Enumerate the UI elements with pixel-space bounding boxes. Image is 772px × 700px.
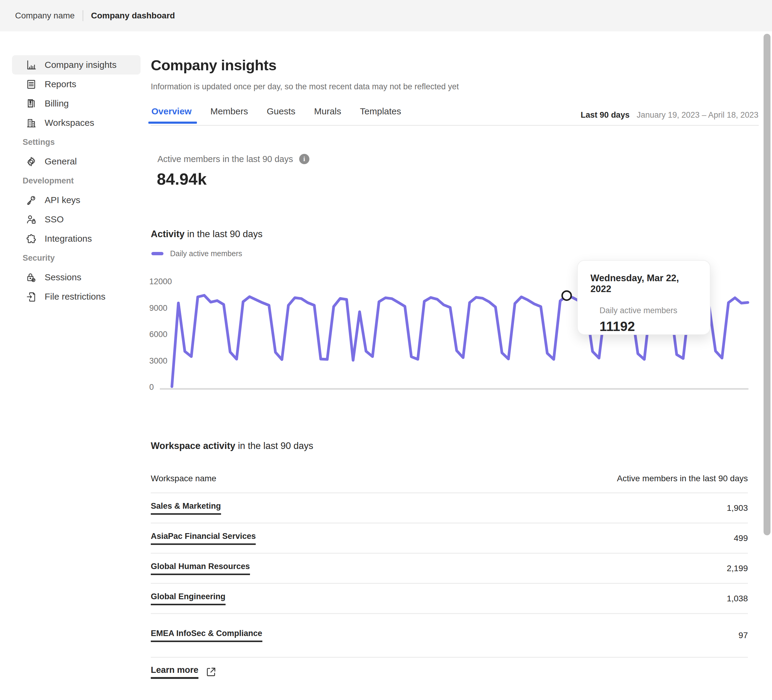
table-row: EMEA InfoSec & Compliance 97 bbox=[151, 614, 748, 658]
tab-guests[interactable]: Guests bbox=[266, 106, 296, 124]
sidebar-item-label: Billing bbox=[45, 98, 69, 109]
sidebar-item-label: Integrations bbox=[45, 234, 92, 244]
report-icon bbox=[26, 79, 37, 90]
table-row: Global Engineering 1,038 bbox=[151, 584, 748, 614]
breadcrumb-page-title: Company dashboard bbox=[91, 11, 175, 21]
sidebar-section-development: Development bbox=[12, 171, 141, 190]
tab-underline-track bbox=[151, 125, 759, 126]
table-row: Global Human Resources 2,199 bbox=[151, 554, 748, 584]
sidebar-item-sso[interactable]: SSO bbox=[12, 210, 141, 229]
y-axis-tick-label: 12000 bbox=[149, 277, 172, 286]
stat-value: 84.94k bbox=[157, 170, 206, 188]
legend-label: Daily active members bbox=[170, 249, 242, 258]
tooltip-date: Wednesday, Mar 22, 2022 bbox=[590, 273, 698, 295]
stat-row: Active members in the last 90 days i bbox=[157, 154, 309, 164]
sidebar-item-label: Workspaces bbox=[45, 118, 94, 128]
activity-section-title: Activity in the last 90 days bbox=[151, 229, 263, 239]
file-arrow-icon bbox=[26, 291, 37, 302]
workspace-link[interactable]: Sales & Marketing bbox=[151, 502, 221, 515]
column-header-active-members: Active members in the last 90 days bbox=[617, 474, 748, 484]
activity-title-bold: Activity bbox=[151, 229, 185, 239]
sidebar-item-api-keys[interactable]: API keys bbox=[12, 190, 141, 210]
y-axis-tick-label: 9000 bbox=[149, 303, 167, 313]
workspace-table: Workspace name Active members in the las… bbox=[151, 465, 748, 658]
sidebar-item-label: File restrictions bbox=[45, 292, 106, 302]
key-icon bbox=[26, 195, 37, 206]
activity-title-suffix: in the last 90 days bbox=[187, 229, 263, 239]
sidebar-item-integrations[interactable]: Integrations bbox=[12, 229, 141, 248]
sidebar-item-workspaces[interactable]: Workspaces bbox=[12, 113, 141, 133]
workspace-active-members: 499 bbox=[734, 533, 748, 543]
workspace-link[interactable]: EMEA InfoSec & Compliance bbox=[151, 629, 262, 642]
workspace-title-bold: Workspace activity bbox=[151, 441, 235, 451]
workspace-active-members: 1,903 bbox=[727, 503, 748, 513]
workspace-active-members: 2,199 bbox=[727, 564, 748, 573]
lock-check-icon bbox=[26, 272, 37, 283]
sidebar-item-file-restrictions[interactable]: File restrictions bbox=[12, 287, 141, 306]
tab-overview[interactable]: Overview bbox=[151, 106, 192, 124]
learn-more-label: Learn more bbox=[151, 665, 198, 679]
tab-murals[interactable]: Murals bbox=[314, 106, 342, 124]
sidebar-item-label: Company insights bbox=[45, 60, 116, 70]
workspace-table-header: Workspace name Active members in the las… bbox=[151, 465, 748, 492]
y-axis-tick-label: 3000 bbox=[149, 356, 167, 366]
legend-line-swatch bbox=[151, 252, 164, 255]
sidebar-item-billing[interactable]: Billing bbox=[12, 94, 141, 113]
workspace-active-members: 97 bbox=[739, 631, 748, 640]
sidebar-section-security: Security bbox=[12, 248, 141, 268]
table-row: AsiaPac Financial Services 499 bbox=[151, 523, 748, 554]
gear-icon bbox=[26, 156, 37, 167]
date-range-label: Last 90 days bbox=[581, 110, 630, 120]
bar-chart-icon bbox=[26, 59, 37, 70]
tab-bar: Overview Members Guests Murals Templates bbox=[151, 106, 419, 124]
column-header-workspace-name: Workspace name bbox=[151, 474, 216, 484]
sidebar-item-label: Sessions bbox=[45, 272, 82, 282]
tooltip-series-label: Daily active members bbox=[600, 306, 698, 315]
hovered-data-point-marker[interactable] bbox=[562, 291, 571, 300]
y-axis-tick-label: 0 bbox=[149, 383, 154, 392]
sidebar-item-sessions[interactable]: Sessions bbox=[12, 268, 141, 287]
sidebar: Company insights Reports Billing bbox=[12, 55, 141, 306]
learn-more-link[interactable]: Learn more bbox=[151, 665, 217, 679]
workspace-link[interactable]: AsiaPac Financial Services bbox=[151, 532, 256, 545]
sso-user-lock-icon bbox=[26, 214, 37, 225]
billing-icon bbox=[26, 98, 37, 109]
chart-tooltip: Wednesday, Mar 22, 2022 Daily active mem… bbox=[577, 260, 710, 335]
workspaces-icon bbox=[26, 117, 37, 128]
chart-legend: Daily active members bbox=[151, 249, 242, 258]
y-axis-tick-label: 6000 bbox=[149, 330, 167, 339]
sidebar-item-label: SSO bbox=[45, 214, 64, 225]
external-link-icon bbox=[205, 666, 217, 678]
breadcrumb-company-name[interactable]: Company name bbox=[15, 11, 75, 21]
vertical-scrollbar[interactable] bbox=[764, 34, 770, 535]
workspace-title-suffix: in the last 90 days bbox=[238, 441, 313, 451]
sidebar-item-label: Reports bbox=[45, 79, 76, 89]
date-range-dates: January 19, 2023 – April 18, 2023 bbox=[636, 110, 759, 120]
workspace-section-title: Workspace activity in the last 90 days bbox=[151, 441, 313, 451]
info-icon[interactable]: i bbox=[299, 154, 309, 164]
workspace-link[interactable]: Global Engineering bbox=[151, 592, 226, 605]
tab-templates[interactable]: Templates bbox=[360, 106, 402, 124]
breadcrumb-divider bbox=[83, 10, 83, 21]
workspace-active-members: 1,038 bbox=[727, 594, 748, 603]
page-subtitle: Information is updated once per day, so … bbox=[151, 82, 459, 92]
tooltip-value: 11192 bbox=[600, 319, 698, 334]
sidebar-item-label: API keys bbox=[45, 195, 80, 205]
sidebar-item-label: General bbox=[45, 156, 77, 167]
company-dashboard-page: Company name Company dashboard Company i… bbox=[0, 0, 772, 700]
puzzle-icon bbox=[26, 233, 37, 244]
sidebar-item-general[interactable]: General bbox=[12, 152, 141, 171]
table-row: Sales & Marketing 1,903 bbox=[151, 493, 748, 523]
sidebar-item-reports[interactable]: Reports bbox=[12, 75, 141, 94]
sidebar-section-settings: Settings bbox=[12, 133, 141, 152]
page-title: Company insights bbox=[151, 57, 276, 74]
workspace-link[interactable]: Global Human Resources bbox=[151, 562, 250, 575]
stat-label: Active members in the last 90 days bbox=[157, 154, 293, 164]
tab-members[interactable]: Members bbox=[209, 106, 249, 124]
top-bar: Company name Company dashboard bbox=[0, 0, 772, 31]
sidebar-item-company-insights[interactable]: Company insights bbox=[12, 55, 141, 75]
date-range: Last 90 days January 19, 2023 – April 18… bbox=[581, 110, 759, 120]
